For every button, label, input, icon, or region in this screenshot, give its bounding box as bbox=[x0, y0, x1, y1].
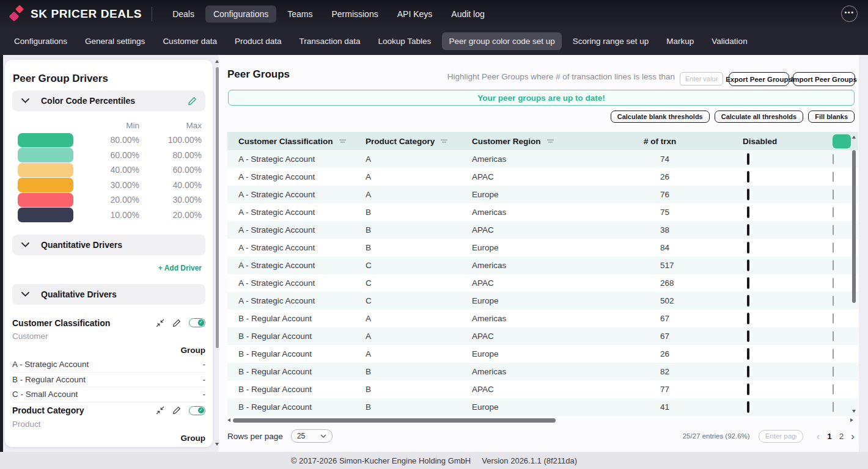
disabled-checkbox[interactable] bbox=[747, 189, 749, 200]
pencil-icon[interactable] bbox=[172, 319, 181, 327]
add-driver-link[interactable]: + Add Driver bbox=[158, 264, 202, 272]
more-menu-button[interactable]: ••• bbox=[841, 5, 858, 22]
cell-product-category: B bbox=[366, 402, 472, 412]
disabled-checkbox[interactable] bbox=[747, 348, 749, 360]
threshold-value-input[interactable] bbox=[833, 366, 834, 377]
subnav-item-general-settings[interactable]: General settings bbox=[78, 32, 152, 50]
subnav-item-scoring-range-set-up[interactable]: Scoring range set up bbox=[566, 32, 656, 50]
threshold-value-input[interactable] bbox=[833, 260, 834, 271]
threshold-value-input[interactable] bbox=[833, 278, 834, 288]
section-color-code-percentiles[interactable]: Color Code Percentiles bbox=[12, 90, 205, 111]
threshold-value-input[interactable] bbox=[833, 349, 834, 359]
threshold-value-input[interactable] bbox=[833, 296, 834, 306]
subnav-item-lookup-tables[interactable]: Lookup Tables bbox=[372, 32, 438, 50]
disabled-checkbox[interactable] bbox=[747, 401, 749, 413]
cell-customer-region: APAC bbox=[472, 278, 644, 288]
settings-nav: ConfigurationsGeneral settingsCustomer d… bbox=[0, 27, 868, 55]
disabled-checkbox[interactable] bbox=[747, 242, 749, 253]
table-vertical-scrollbar[interactable] bbox=[851, 133, 857, 413]
highlight-threshold-input[interactable] bbox=[680, 72, 723, 85]
threshold-value-input[interactable] bbox=[833, 207, 834, 217]
nav-item-teams[interactable]: Teams bbox=[279, 5, 320, 23]
cell-customer-region: APAC bbox=[472, 385, 644, 394]
cell-customer-classification: B - Regular Account bbox=[238, 314, 366, 323]
threshold-value-input[interactable] bbox=[833, 402, 834, 412]
subnav-item-markup[interactable]: Markup bbox=[660, 32, 701, 50]
threshold-value-input[interactable] bbox=[833, 242, 834, 253]
threshold-value-input[interactable] bbox=[833, 225, 834, 235]
page-number-1[interactable]: 1 bbox=[823, 432, 836, 441]
previous-page-arrow[interactable]: ‹ bbox=[813, 431, 824, 442]
disabled-checkbox[interactable] bbox=[747, 384, 749, 395]
nav-item-permissions[interactable]: Permissions bbox=[323, 5, 386, 23]
subnav-item-peer-group-color-code-set-up[interactable]: Peer group color code set up bbox=[442, 32, 561, 50]
sort-icon[interactable] bbox=[546, 138, 554, 144]
scroll-down-arrow-icon[interactable] bbox=[852, 410, 856, 413]
threshold-value-input[interactable] bbox=[833, 313, 834, 324]
calculate-blank-thresholds-button[interactable]: Calculate blank thresholds bbox=[611, 111, 710, 123]
nav-item-audit-log[interactable]: Audit log bbox=[443, 5, 492, 23]
nav-item-configurations[interactable]: Configurations bbox=[205, 5, 276, 23]
edit-percentiles-pencil-icon[interactable] bbox=[188, 96, 197, 106]
fill-blanks-button[interactable]: Fill blanks bbox=[808, 111, 855, 123]
scroll-up-arrow-icon[interactable] bbox=[852, 136, 856, 139]
threshold-value-input[interactable] bbox=[833, 154, 834, 164]
threshold-value-input[interactable] bbox=[833, 172, 834, 182]
scroll-right-arrow-icon[interactable] bbox=[850, 418, 853, 422]
disabled-checkbox[interactable] bbox=[747, 330, 749, 342]
threshold-value-input[interactable] bbox=[833, 384, 834, 394]
table-hscrollbar-thumb[interactable] bbox=[233, 418, 556, 423]
table-scrollbar-thumb[interactable] bbox=[852, 150, 856, 303]
brand-title: SK PRICER DEALS bbox=[31, 7, 142, 21]
chevron-down-icon[interactable] bbox=[21, 242, 30, 248]
column-product-category: Product Category bbox=[366, 137, 472, 146]
threshold-value-input[interactable] bbox=[833, 189, 834, 200]
section-quantitative-drivers[interactable]: Quantitative Drivers bbox=[12, 234, 205, 255]
chevron-down-icon[interactable] bbox=[21, 98, 30, 104]
rows-per-page-select[interactable]: 25 bbox=[291, 429, 333, 443]
percentile-min: 80.00% bbox=[73, 135, 139, 145]
subnav-item-customer-data[interactable]: Customer data bbox=[156, 32, 224, 50]
subnav-item-transaction-data[interactable]: Transaction data bbox=[292, 32, 367, 50]
pencil-icon[interactable] bbox=[172, 406, 181, 415]
driver-subtitle: Customer bbox=[12, 332, 205, 343]
driver-enabled-toggle[interactable]: ✓ bbox=[189, 318, 205, 327]
disabled-checkbox[interactable] bbox=[747, 295, 749, 307]
nav-item-api-keys[interactable]: API Keys bbox=[389, 5, 441, 23]
cell-product-category: A bbox=[366, 172, 472, 181]
scroll-down-arrow-icon[interactable] bbox=[215, 443, 219, 446]
chevron-down-icon[interactable] bbox=[21, 291, 30, 297]
disabled-checkbox[interactable] bbox=[747, 224, 749, 236]
disabled-checkbox[interactable] bbox=[747, 171, 749, 183]
disabled-checkbox[interactable] bbox=[747, 260, 749, 271]
threshold-value-input[interactable] bbox=[833, 331, 834, 341]
calculate-all-thresholds-button[interactable]: Calculate all thresholds bbox=[715, 111, 803, 123]
sort-icon[interactable] bbox=[339, 138, 347, 144]
sidebar-scrollbar-thumb[interactable] bbox=[216, 67, 219, 348]
status-banner: Your peer groups are up to date! bbox=[228, 90, 855, 106]
subnav-item-product-data[interactable]: Product data bbox=[228, 32, 289, 50]
cell-customer-classification: B - Regular Account bbox=[238, 402, 366, 412]
table-horizontal-scrollbar[interactable] bbox=[227, 418, 853, 423]
subnav-item-configurations[interactable]: Configurations bbox=[7, 32, 74, 50]
export-peer-groups-button[interactable]: Export Peer Groups bbox=[729, 72, 789, 86]
disabled-checkbox[interactable] bbox=[747, 313, 749, 324]
page-number-2[interactable]: 2 bbox=[836, 432, 848, 441]
next-page-arrow[interactable]: › bbox=[847, 431, 858, 442]
nav-item-deals[interactable]: Deals bbox=[164, 5, 202, 23]
disabled-checkbox[interactable] bbox=[747, 206, 749, 218]
sort-icon[interactable] bbox=[440, 138, 448, 144]
scroll-left-arrow-icon[interactable] bbox=[227, 418, 230, 422]
scroll-up-arrow-icon[interactable] bbox=[215, 60, 219, 63]
collapse-icon[interactable] bbox=[156, 319, 164, 327]
disabled-checkbox[interactable] bbox=[747, 277, 749, 289]
driver-enabled-toggle[interactable]: ✓ bbox=[189, 406, 205, 415]
section-qualitative-drivers[interactable]: Qualitative Drivers bbox=[12, 284, 205, 305]
subnav-item-validation[interactable]: Validation bbox=[705, 32, 754, 50]
go-to-page-input[interactable] bbox=[759, 430, 803, 443]
disabled-checkbox[interactable] bbox=[747, 366, 749, 377]
import-peer-groups-button[interactable]: Import Peer Groups bbox=[793, 72, 855, 86]
disabled-checkbox[interactable] bbox=[747, 153, 749, 165]
sidebar-scrollbar[interactable] bbox=[215, 60, 220, 446]
collapse-icon[interactable] bbox=[156, 406, 164, 415]
